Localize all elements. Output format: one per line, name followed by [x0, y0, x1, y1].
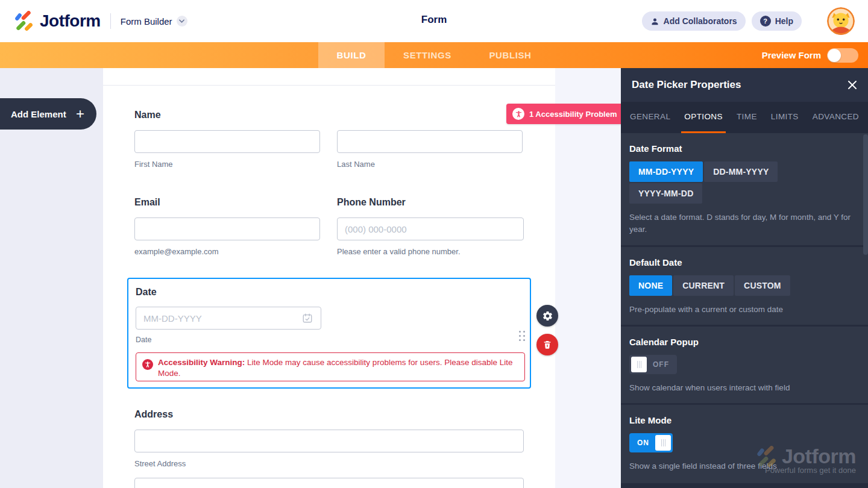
street-address-line2-input[interactable] — [134, 478, 524, 488]
form-top-divider — [103, 85, 555, 86]
tab-settings[interactable]: SETTINGS — [385, 42, 470, 68]
tab-build[interactable]: BUILD — [318, 42, 385, 68]
email-field-label: Email — [134, 197, 160, 208]
add-element-label: Add Element — [11, 109, 66, 119]
preview-form-label: Preview Form — [762, 50, 821, 60]
default-date-option-custom[interactable]: CUSTOM — [735, 275, 790, 296]
calendar-popup-label: Calendar Popup — [629, 337, 860, 347]
panel-tab-advanced[interactable]: ADVANCED — [810, 102, 862, 133]
product-name: Form Builder — [121, 16, 172, 27]
user-avatar[interactable] — [827, 7, 855, 35]
address-field-label: Address — [134, 409, 173, 420]
section-default-date: Default Date NONE CURRENT CUSTOM Pre-pop… — [621, 247, 868, 325]
street-address-sublabel: Street Address — [134, 459, 186, 468]
help-label: Help — [775, 16, 793, 26]
product-switcher[interactable]: Form Builder — [121, 16, 187, 27]
help-button[interactable]: ? Help — [752, 11, 802, 31]
section-lite-mode: Lite Mode ON Show a single field instead… — [621, 405, 868, 483]
panel-tab-limits[interactable]: LIMITS — [768, 102, 802, 133]
panel-tabs: GENERAL OPTIONS TIME LIMITS ADVANCED — [621, 102, 868, 133]
header-divider — [110, 13, 111, 29]
last-name-sublabel: Last Name — [337, 160, 375, 169]
person-icon — [650, 17, 659, 26]
lite-mode-help: Show a single field instead of three fie… — [629, 460, 860, 472]
form-canvas: Name First Name Last Name Email Phone Nu… — [103, 68, 555, 488]
jotform-logo[interactable]: Jotform — [13, 11, 101, 31]
date-format-option-yyyymmdd[interactable]: YYYY-MM-DD — [629, 183, 702, 204]
date-field-selected[interactable]: Date Date Accessibility Warning: Lite Mo… — [127, 278, 531, 389]
page-title: Form — [421, 14, 447, 26]
first-name-sublabel: First Name — [134, 160, 173, 169]
add-collaborators-button[interactable]: Add Collaborators — [642, 11, 746, 31]
panel-tab-general[interactable]: GENERAL — [627, 102, 673, 133]
default-date-option-current[interactable]: CURRENT — [673, 275, 734, 296]
accessibility-badge-label: 1 Accessibility Problem — [529, 110, 617, 119]
properties-panel: Date Picker Properties GENERAL OPTIONS T… — [621, 68, 868, 488]
street-address-input[interactable] — [134, 430, 524, 452]
accessibility-warning-box: Accessibility Warning: Lite Mode may cau… — [136, 352, 525, 381]
name-field-label: Name — [134, 110, 161, 120]
panel-scrollbar[interactable] — [863, 134, 868, 255]
first-name-input[interactable] — [134, 130, 320, 153]
date-input[interactable] — [136, 307, 321, 330]
lite-mode-toggle[interactable]: ON — [629, 433, 673, 452]
default-date-label: Default Date — [629, 257, 860, 267]
field-delete-button[interactable] — [536, 334, 558, 355]
calendar-icon — [302, 313, 313, 324]
panel-tab-options[interactable]: OPTIONS — [681, 102, 726, 133]
calendar-popup-state: OFF — [647, 360, 675, 369]
accessibility-icon — [142, 359, 153, 370]
field-settings-button[interactable] — [536, 305, 558, 327]
section-calendar-popup: Calendar Popup OFF Show calendar when us… — [621, 327, 868, 403]
default-date-help: Pre-populate with a current or custom da… — [629, 304, 860, 316]
trash-icon — [542, 340, 552, 349]
app-header: Jotform Form Builder Form Add Collaborat… — [0, 0, 868, 42]
plus-icon: + — [76, 107, 84, 121]
accessibility-warning-text: Accessibility Warning: Lite Mode may cau… — [158, 357, 518, 379]
date-format-option-ddmmyyyy[interactable]: DD-MM-YYYY — [704, 161, 778, 182]
lite-mode-state: ON — [631, 439, 655, 447]
question-icon: ? — [760, 16, 771, 27]
calendar-popup-help: Show calendar when users interact with f… — [629, 382, 860, 394]
date-format-help: Select a date format. D stands for day, … — [629, 211, 860, 236]
calendar-popup-toggle[interactable]: OFF — [629, 355, 677, 374]
canvas-right-gutter — [555, 68, 621, 488]
close-icon[interactable] — [848, 80, 857, 90]
warning-title: Accessibility Warning: — [158, 358, 245, 367]
builder-nav: BUILD SETTINGS PUBLISH Preview Form — [0, 42, 868, 68]
date-format-option-mmddyyyy[interactable]: MM-DD-YYYY — [629, 161, 703, 182]
email-sublabel: example@example.com — [134, 247, 219, 256]
email-input[interactable] — [134, 217, 320, 240]
panel-header: Date Picker Properties — [621, 68, 868, 102]
date-sublabel: Date — [136, 336, 151, 344]
phone-input[interactable] — [337, 217, 524, 240]
chevron-down-icon — [177, 16, 187, 27]
accessibility-problem-badge[interactable]: 1 Accessibility Problem — [506, 104, 625, 124]
jotform-logo-icon — [13, 11, 34, 31]
accessibility-badge-icon — [512, 108, 524, 120]
phone-field-label: Phone Number — [337, 197, 406, 208]
panel-title: Date Picker Properties — [632, 79, 741, 91]
date-format-label: Date Format — [629, 143, 860, 154]
toggle-knob — [828, 49, 841, 62]
preview-form-toggle[interactable] — [827, 48, 858, 63]
phone-sublabel: Please enter a valid phone number. — [337, 247, 461, 256]
add-collaborators-label: Add Collaborators — [664, 16, 737, 26]
logo-wordmark: Jotform — [40, 11, 101, 31]
builder-nav-tabs: BUILD SETTINGS PUBLISH — [318, 42, 550, 68]
section-date-format: Date Format MM-DD-YYYY DD-MM-YYYY YYYY-M… — [621, 133, 868, 245]
toggle-knob — [655, 435, 671, 451]
gear-icon — [542, 310, 553, 322]
panel-tab-time[interactable]: TIME — [734, 102, 760, 133]
last-name-input[interactable] — [337, 130, 523, 153]
add-element-button[interactable]: Add Element + — [0, 98, 96, 130]
default-date-option-none[interactable]: NONE — [629, 275, 672, 296]
date-field-label: Date — [136, 287, 157, 298]
drag-handle[interactable] — [519, 331, 526, 342]
toggle-knob — [631, 357, 647, 372]
tab-publish[interactable]: PUBLISH — [470, 42, 550, 68]
lite-mode-label: Lite Mode — [629, 415, 860, 425]
